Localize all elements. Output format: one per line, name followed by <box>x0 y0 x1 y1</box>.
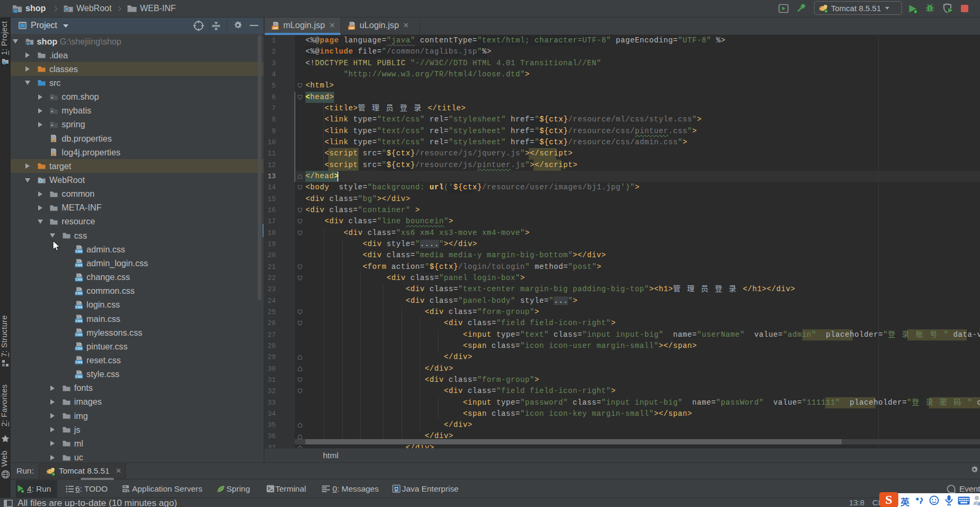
svg-text:CSS: CSS <box>75 305 82 309</box>
svg-text:CSS: CSS <box>75 277 82 281</box>
svg-text:CSS: CSS <box>75 249 82 253</box>
svg-text:JSP: JSP <box>349 27 355 30</box>
svg-text:CSS: CSS <box>75 361 82 364</box>
svg-text:CSS: CSS <box>75 374 82 378</box>
svg-text:CSS: CSS <box>75 333 82 336</box>
svg-text:CSS: CSS <box>75 319 82 322</box>
svg-text:JSP: JSP <box>273 27 278 30</box>
svg-text:CSS: CSS <box>75 291 82 295</box>
svg-text:CSS: CSS <box>75 264 82 267</box>
svg-text:CSS: CSS <box>75 347 82 351</box>
